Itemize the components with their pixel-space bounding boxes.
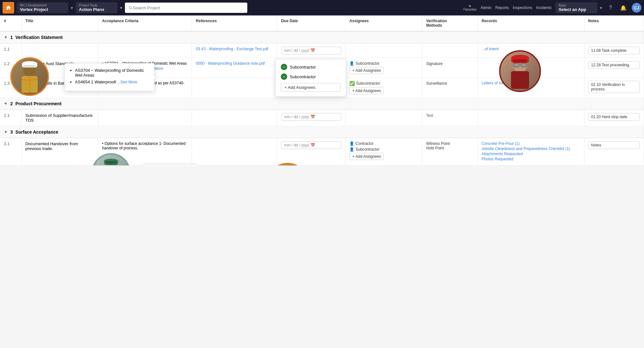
date-picker-1-2[interactable]: mm / dd / yyyy 📅	[281, 61, 341, 69]
date-picker-2-1[interactable]: mm / dd / yyyy 📅	[281, 113, 341, 121]
verification-hold-3-1: Hold Point	[426, 146, 473, 150]
table-row: 1.3 Required Falls in Bathrooms Floor fa…	[0, 78, 644, 98]
project-selector[interactable]: WCJ Development Vortex Project	[17, 2, 68, 13]
date-text-2-1: mm / dd / yyyy	[284, 115, 309, 119]
cell-title-3-1: Documented Handover from previous trade.	[21, 138, 98, 165]
search-icon	[128, 5, 133, 10]
favorites-menu[interactable]: ★ Favorites	[463, 4, 477, 11]
cell-assignees-1-1	[346, 43, 422, 58]
col-references: References	[192, 15, 277, 31]
cell-verification-1-1	[422, 43, 478, 58]
col-assignees: Assignees	[346, 15, 422, 31]
search-input[interactable]	[133, 5, 244, 10]
cell-notes-1-1: 11.08 Task complete.	[584, 43, 644, 58]
cell-references-2-1	[192, 110, 277, 126]
notes-box-1-1[interactable]: 11.08 Task complete.	[588, 47, 640, 54]
date-text-1-2: mm / dd / yyyy	[284, 63, 309, 67]
col-duedate: Due Date	[277, 15, 346, 31]
assignee-label-3-1-2: Subcontractor	[355, 147, 380, 152]
cell-records-1-1: ...of Intent	[478, 43, 584, 58]
date-picker-3-1[interactable]: mm / dd / yyyy 📅	[281, 141, 341, 149]
cell-duedate-1-2: mm / dd / yyyy 📅	[277, 58, 346, 78]
table-wrapper: # Title Acceptance Criteria References D…	[0, 15, 644, 165]
cell-verification-1-3: Surveillance	[422, 78, 478, 98]
cell-notes-3-1: Notes	[584, 138, 644, 165]
record-link-3-1-photos[interactable]: Photos Requested	[482, 157, 580, 161]
record-link-3-1-concrete[interactable]: Concrete Pre-Pour (1)	[482, 141, 580, 146]
cell-title-2-1: Submission of Supplier/manufacture TDS	[21, 110, 98, 126]
cell-assignees-1-2: 👤 Subcontractor + Add Assignees	[346, 58, 422, 78]
home-button[interactable]	[3, 2, 14, 14]
assignee-icon-3-1-1: 👤	[349, 141, 354, 146]
record-link-1-1-intent[interactable]: ...of Intent	[482, 47, 580, 51]
cell-references-3-1	[192, 138, 277, 165]
table-row: 1.1 03 43 - Waterproofing - Exchange Tes…	[0, 43, 644, 58]
calendar-icon-1-2: 📅	[310, 63, 315, 67]
cell-acceptance-1-3: Floor fall ratio to be nominated as per …	[98, 78, 192, 98]
cell-duedate-2-1: mm / dd / yyyy 📅	[277, 110, 346, 126]
notes-box-1-3[interactable]: 02.10 Verification in process.	[588, 81, 640, 93]
add-assignee-btn-3-1[interactable]: + Add Assignees	[349, 153, 384, 160]
tool-selector[interactable]: Project Tools Action Plans	[76, 2, 118, 13]
table-header: # Title Acceptance Criteria References D…	[0, 15, 644, 31]
cell-records-3-1: Concrete Pre-Pour (1) Jobsite Cleanlines…	[478, 138, 584, 165]
cell-references-1-2: 0000 - Waterproofing Guidance note.pdf	[192, 58, 277, 78]
cell-title-1-3: Required Falls in Bathrooms	[21, 78, 98, 98]
user-avatar[interactable]: CJ	[632, 3, 641, 13]
cell-notes-1-3: 02.10 Verification in process.	[584, 78, 644, 98]
record-link-3-1-jobsite[interactable]: Jobsite Cleanliness and Preparedness Che…	[482, 146, 580, 151]
help-button[interactable]: ?	[606, 3, 615, 12]
group-row-3: ▼ 3 Surface Acceptance	[0, 126, 644, 138]
date-picker-1-1[interactable]: mm / dd / yyyy 📅	[281, 47, 341, 54]
record-link-1-3-intent[interactable]: Letters of Intent	[482, 81, 580, 85]
reference-link-1-1[interactable]: 03 43 - Waterproofing - Exchange Test.pd…	[196, 47, 273, 51]
project-dropdown-arrow: ▾	[71, 5, 73, 10]
apps-selector[interactable]: Apps Select an App	[555, 2, 597, 13]
cell-num-1-1: 1.1	[0, 43, 21, 58]
reports-link[interactable]: Reports	[495, 5, 509, 10]
notes-box-3-1[interactable]: Notes	[588, 141, 640, 149]
add-assignee-btn-1-3[interactable]: + Add Assignees	[349, 87, 384, 94]
cell-references-1-3	[192, 78, 277, 98]
apps-dropdown-arrow: ▾	[600, 5, 602, 10]
notes-box-2-1[interactable]: 01.20 Hard stop date.	[588, 113, 640, 121]
calendar-icon-2-1: 📅	[310, 115, 315, 119]
group-title-1: Verification Statement	[15, 35, 63, 40]
table-row: 3.1 Documented Handover from previous tr…	[0, 138, 644, 165]
inspections-link[interactable]: Inspections	[513, 5, 532, 10]
table-row: 2.1 Submission of Supplier/manufacture T…	[0, 110, 644, 126]
notifications-button[interactable]: 🔔	[619, 3, 628, 12]
table-row: 1.2 Applicable Aust Standards AS3704 – W…	[0, 58, 644, 78]
assignee-label-3-1-1: Contractor	[355, 141, 374, 146]
search-bar[interactable]	[125, 3, 247, 13]
action-plans-table: # Title Acceptance Criteria References D…	[0, 15, 644, 165]
col-records: Records	[478, 15, 584, 31]
group-header-cell-2: ▼ 2 Product Procurement	[0, 98, 644, 110]
cell-num-3-1: 3.1	[0, 138, 21, 165]
record-link-3-1-attach[interactable]: Attachments Requested	[482, 152, 580, 156]
assignee-icon-1-2-1: 👤	[349, 61, 354, 66]
admin-link[interactable]: Admin	[480, 5, 491, 10]
group-header-cell-3: ▼ 3 Surface Acceptance	[0, 126, 644, 138]
date-picker-1-3[interactable]: mm / dd / yyyy 📅	[281, 81, 341, 89]
project-value: Vortex Project	[20, 7, 65, 12]
see-more-1-2[interactable]: ...See More	[143, 66, 163, 71]
group-row-2: ▼ 2 Product Procurement	[0, 98, 644, 110]
col-acceptance: Acceptance Criteria	[98, 15, 192, 31]
apps-label: Apps	[559, 4, 594, 7]
collapse-arrow-1[interactable]: ▼	[4, 35, 8, 40]
incidents-link[interactable]: Incidents	[536, 5, 552, 10]
cell-assignees-2-1	[346, 110, 422, 126]
add-assignee-btn-1-2[interactable]: + Add Assignees	[349, 67, 384, 74]
notes-box-1-2[interactable]: 12.28 Test proceeding.	[588, 61, 640, 69]
cell-acceptance-3-1: Options for surface acceptance 1- Docume…	[98, 138, 192, 165]
tool-value: Action Plans	[79, 7, 114, 12]
cell-verification-2-1: Test	[422, 110, 478, 126]
group-num-1: 1	[10, 35, 13, 40]
date-text-1-1: mm / dd / yyyy	[284, 48, 309, 53]
date-text-1-3: mm / dd / yyyy	[284, 82, 309, 87]
cell-num-2-1: 2.1	[0, 110, 21, 126]
collapse-arrow-2[interactable]: ▼	[4, 101, 8, 106]
collapse-arrow-3[interactable]: ▼	[4, 130, 8, 134]
reference-link-1-2[interactable]: 0000 - Waterproofing Guidance note.pdf	[196, 61, 273, 66]
